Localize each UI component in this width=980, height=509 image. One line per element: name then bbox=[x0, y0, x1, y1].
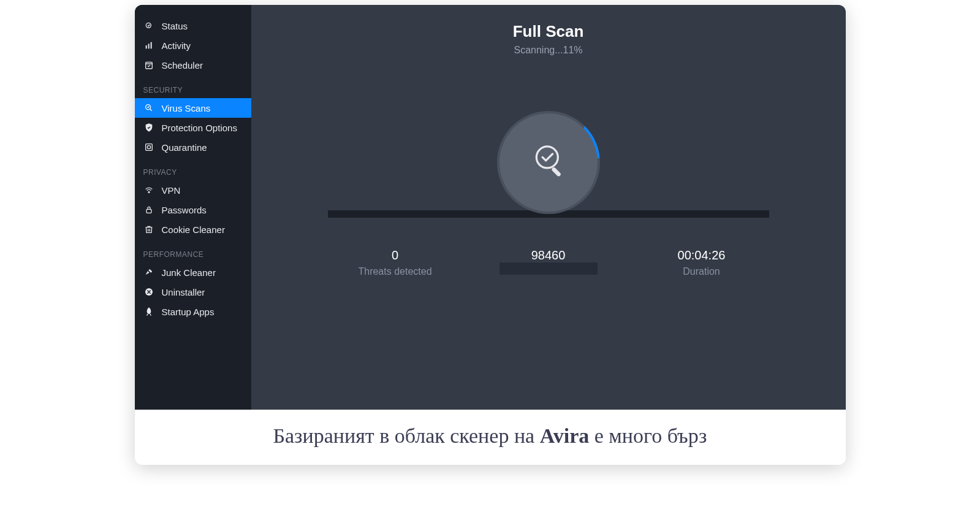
sidebar-item-label: VPN bbox=[162, 185, 181, 196]
sidebar-item-label: Junk Cleaner bbox=[162, 267, 216, 278]
main-panel: Full Scan Scanning...11% bbox=[251, 5, 846, 410]
svg-rect-4 bbox=[145, 62, 152, 69]
sidebar-item-label: Status bbox=[162, 21, 188, 31]
scheduler-icon bbox=[143, 59, 154, 71]
sidebar-item-passwords[interactable]: Passwords bbox=[135, 200, 251, 220]
sidebar-item-vpn[interactable]: VPN bbox=[135, 180, 251, 200]
scan-progress-center bbox=[499, 113, 598, 212]
scan-action-area[interactable] bbox=[499, 262, 598, 275]
sidebar-item-quarantine[interactable]: Quarantine bbox=[135, 137, 251, 157]
svg-rect-1 bbox=[145, 45, 146, 48]
scan-status: Scanning...11% bbox=[514, 45, 582, 56]
stat-value: 98460 bbox=[472, 248, 625, 262]
sidebar-item-status[interactable]: Status bbox=[135, 16, 251, 36]
svg-rect-12 bbox=[551, 167, 561, 177]
stat-value: 0 bbox=[319, 248, 472, 262]
cookie-cleaner-icon bbox=[143, 224, 154, 235]
caption-post: е много бърз bbox=[589, 424, 707, 447]
sidebar-heading-performance: PERFORMANCE bbox=[135, 239, 251, 262]
scan-progress-ring-bg bbox=[497, 111, 600, 214]
startup-apps-icon bbox=[143, 306, 154, 317]
virus-scans-icon bbox=[143, 102, 154, 113]
junk-cleaner-icon bbox=[143, 267, 154, 278]
svg-rect-3 bbox=[150, 42, 151, 49]
sidebar-item-uninstaller[interactable]: Uninstaller bbox=[135, 282, 251, 302]
stat-threats: 0 Threats detected bbox=[319, 248, 472, 277]
sidebar-heading-privacy: PRIVACY bbox=[135, 157, 251, 180]
sidebar-item-label: Cookie Cleaner bbox=[162, 224, 225, 235]
sidebar-item-cookie-cleaner[interactable]: Cookie Cleaner bbox=[135, 220, 251, 239]
sidebar-item-junk-cleaner[interactable]: Junk Cleaner bbox=[135, 262, 251, 282]
uninstaller-icon bbox=[143, 286, 154, 297]
magnifier-check-icon bbox=[527, 140, 570, 185]
activity-icon bbox=[143, 40, 154, 51]
sidebar: Status Activity Scheduler SECURITY bbox=[135, 5, 251, 410]
sidebar-item-label: Scheduler bbox=[162, 60, 203, 71]
sidebar-item-scheduler[interactable]: Scheduler bbox=[135, 55, 251, 75]
app-window: Status Activity Scheduler SECURITY bbox=[135, 5, 846, 410]
caption-brand: Avira bbox=[540, 424, 590, 447]
passwords-icon bbox=[143, 204, 154, 215]
svg-rect-6 bbox=[145, 144, 152, 151]
caption-bar: Базираният в облак скенер на Avira е мно… bbox=[135, 410, 846, 465]
sidebar-item-label: Virus Scans bbox=[162, 103, 211, 113]
sidebar-item-label: Activity bbox=[162, 40, 191, 51]
stat-duration: 00:04:26 Duration bbox=[625, 248, 778, 277]
svg-point-8 bbox=[148, 191, 150, 193]
sidebar-item-label: Uninstaller bbox=[162, 287, 205, 297]
sidebar-heading-security: SECURITY bbox=[135, 75, 251, 98]
stat-label: Duration bbox=[625, 266, 778, 277]
caption-pre: Базираният в облак скенер на bbox=[273, 424, 539, 447]
sidebar-item-label: Quarantine bbox=[162, 142, 207, 153]
svg-point-11 bbox=[536, 147, 558, 168]
sidebar-item-startup-apps[interactable]: Startup Apps bbox=[135, 302, 251, 321]
sidebar-item-label: Startup Apps bbox=[162, 307, 215, 317]
sidebar-item-label: Protection Options bbox=[162, 123, 237, 133]
svg-point-7 bbox=[147, 145, 150, 148]
quarantine-icon bbox=[143, 142, 154, 153]
vpn-icon bbox=[143, 185, 154, 196]
screenshot-card: Status Activity Scheduler SECURITY bbox=[135, 5, 846, 465]
sidebar-item-activity[interactable]: Activity bbox=[135, 36, 251, 55]
svg-rect-2 bbox=[148, 44, 149, 48]
status-icon bbox=[143, 20, 154, 31]
scan-progress-indicator bbox=[497, 111, 600, 214]
stat-value: 00:04:26 bbox=[625, 248, 778, 262]
sidebar-item-label: Passwords bbox=[162, 205, 207, 215]
svg-rect-9 bbox=[146, 209, 151, 213]
protection-icon bbox=[143, 122, 154, 133]
stat-label: Threats detected bbox=[319, 266, 472, 277]
sidebar-item-virus-scans[interactable]: Virus Scans bbox=[135, 98, 251, 118]
sidebar-item-protection-options[interactable]: Protection Options bbox=[135, 118, 251, 137]
svg-point-0 bbox=[146, 23, 151, 28]
scan-title: Full Scan bbox=[513, 22, 584, 41]
